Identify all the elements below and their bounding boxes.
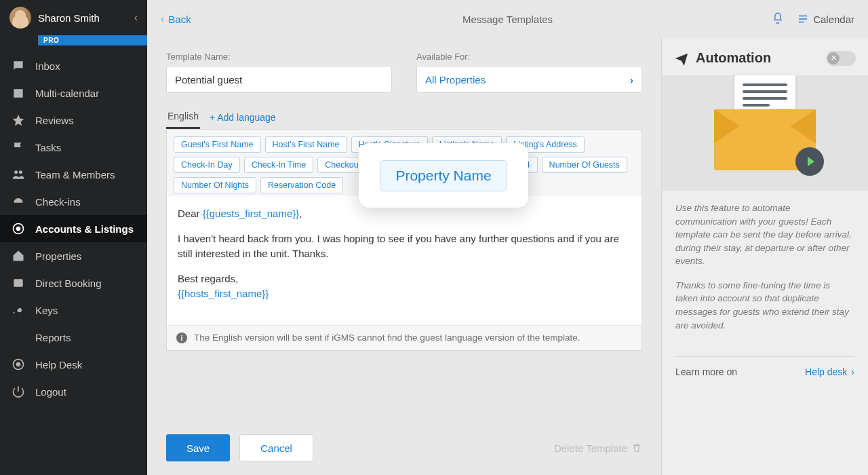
chip-checkin-day[interactable]: Check-In Day [174,157,240,173]
automation-description: Use this feature to automate communicati… [662,191,868,343]
token-guests-first-name: {{guests_first_name}} [203,208,300,219]
page-title: Message Templates [147,14,868,25]
automation-p2: Thanks to some fine-tuning the time is t… [675,279,854,332]
highlight-tooltip: Property Name [359,143,528,208]
chip-number-of-guests[interactable]: Number Of Guests [542,157,627,173]
profile-section: Sharon Smith ‹ [0,0,147,33]
home-icon [11,248,26,263]
topbar: ‹ Back Message Templates Calendar [147,0,868,38]
topbar-right: Calendar [771,11,854,27]
sidebar-item-helpdesk[interactable]: Help Desk [0,351,147,378]
sidebar-item-direct-booking[interactable]: Direct Booking [0,269,147,297]
nav-list: Inbox Multi-calendar Reviews Tasks Team … [0,52,147,351]
chevron-right-icon: › [630,74,633,86]
help-desk-link[interactable]: Help desk › [805,366,854,377]
sidebar-item-team[interactable]: Team & Members [0,161,147,188]
signoff-block: Best regards, {{hosts_first_name}} [178,271,631,302]
body-paragraph: I haven't heard back from you. I was hop… [178,231,631,262]
info-icon: i [176,332,187,343]
sidebar-item-label: Properties [35,250,81,262]
field-template-name: Template Name: [166,52,392,93]
pro-badge: PRO [38,35,147,45]
sidebar-item-label: Keys [35,305,58,316]
sidebar-item-label: Inbox [35,60,60,72]
automation-footer: Learn more on Help desk › [675,356,854,387]
sidebar-item-reports[interactable]: Reports [0,324,147,351]
chat-icon [11,58,26,73]
sidebar-item-inbox[interactable]: Inbox [0,52,147,79]
back-label: Back [168,14,191,25]
sidebar-item-tasks[interactable]: Tasks [0,134,147,161]
bell-service-icon [11,194,26,209]
sidebar-item-label: Team & Members [35,169,115,180]
sidebar-item-label: Multi-calendar [35,88,99,99]
language-tabs: English + Add language [166,105,642,130]
sidebar-item-label: Direct Booking [35,278,102,289]
tab-english[interactable]: English [166,105,200,129]
chip-reservation-code[interactable]: Reservation Code [260,177,343,193]
logout-icon [11,384,26,399]
calendar-icon [11,86,26,100]
svg-rect-2 [14,279,22,287]
booking-icon [11,276,26,290]
sidebar-item-logout[interactable]: Logout [0,378,147,405]
cancel-button[interactable]: Cancel [239,434,313,461]
star-icon [11,113,26,128]
avatar[interactable] [9,7,31,28]
template-editor: Template Name: Available For: All Proper… [147,38,661,475]
message-body-editor[interactable]: Dear {{guests_first_name}}, I haven't he… [167,195,642,325]
chevron-right-icon: › [851,366,854,377]
info-text: The English version will be sent if iGMS… [194,332,580,343]
automation-panel: Automation Use this feature to automate … [661,38,868,475]
chip-guests-first-name[interactable]: Guest's First Name [174,136,261,153]
key-icon [11,303,26,318]
field-row: Template Name: Available For: All Proper… [166,52,642,93]
add-language-button[interactable]: + Add language [210,107,276,128]
account-icon [11,221,26,236]
automation-illustration [662,75,868,191]
chip-checkin-time[interactable]: Check-In Time [244,157,314,173]
sidebar-item-multicalendar[interactable]: Multi-calendar [0,79,147,107]
template-name-label: Template Name: [166,52,392,62]
available-for-label: Available For: [416,52,642,62]
main: ‹ Back Message Templates Calendar Templa… [147,0,868,475]
sidebar-item-accounts-listings[interactable]: Accounts & Listings [0,215,147,242]
sidebar-item-label: Accounts & Listings [35,223,134,235]
actions-row: Save Cancel Delete Template [166,421,642,461]
automation-p1: Use this feature to automate communicati… [675,202,854,268]
template-name-input[interactable] [166,66,392,93]
save-button[interactable]: Save [166,434,230,461]
svg-point-4 [16,362,21,367]
flag-icon [11,140,26,155]
gear-play-icon [795,147,824,176]
chip-hosts-first-name[interactable]: Host's First Name [265,136,347,153]
greeting-line: Dear {{guests_first_name}}, [178,206,631,222]
help-icon [11,357,26,372]
reports-icon [11,330,26,345]
automation-toggle[interactable] [826,51,856,66]
sidebar-item-label: Tasks [35,142,61,153]
sidebar-item-label: Check-ins [35,196,81,208]
available-for-select[interactable]: All Properties › [416,66,642,93]
sidebar-item-label: Logout [35,386,66,398]
notification-bell-icon[interactable] [771,11,785,27]
chevron-left-icon: ‹ [161,13,164,25]
chip-number-of-nights[interactable]: Number Of Nights [174,177,256,193]
sidebar-item-properties[interactable]: Properties [0,242,147,269]
envelope-icon [714,96,816,170]
team-icon [11,167,26,182]
automation-header: Automation [662,38,868,75]
calendar-link[interactable]: Calendar [797,13,854,25]
sidebar-item-reviews[interactable]: Reviews [0,107,147,134]
delete-template-button[interactable]: Delete Template [554,442,642,454]
calendar-label: Calendar [813,14,854,25]
nav-bottom: Help Desk Logout [0,351,147,475]
back-button[interactable]: ‹ Back [161,13,191,25]
collapse-sidebar-icon[interactable]: ‹ [134,12,138,24]
chip-property-name[interactable]: Property Name [380,160,507,191]
sidebar-item-keys[interactable]: Keys [0,297,147,324]
automation-title: Automation [696,50,819,66]
learn-more-label: Learn more on [675,366,737,377]
trash-icon [631,442,642,453]
sidebar-item-checkins[interactable]: Check-ins [0,188,147,215]
